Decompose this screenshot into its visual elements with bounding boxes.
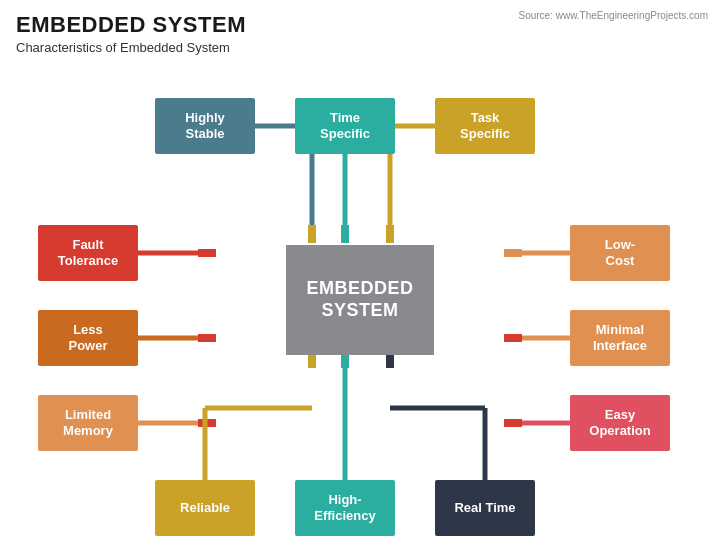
svg-rect-13 (198, 334, 216, 342)
source-text: Source: www.TheEngineeringProjects.com (518, 10, 708, 21)
char-box-less-power: LessPower (38, 310, 138, 366)
header: EMBEDDED SYSTEM Characteristics of Embed… (0, 0, 720, 59)
char-box-task-specific: TaskSpecific (435, 98, 535, 154)
svg-rect-11 (504, 249, 522, 257)
char-box-highly-stable: HighlyStable (155, 98, 255, 154)
svg-rect-9 (198, 249, 216, 257)
sub-title: Characteristics of Embedded System (16, 40, 704, 55)
diagram: EMBEDDEDSYSTEM HighlyStableTimeSpecificT… (0, 70, 720, 530)
char-box-time-specific: TimeSpecific (295, 98, 395, 154)
svg-rect-7 (386, 225, 394, 243)
char-box-reliable: Reliable (155, 480, 255, 536)
char-box-real-time: Real Time (435, 480, 535, 536)
svg-rect-2 (308, 225, 316, 243)
char-box-limited-memory: LimitedMemory (38, 395, 138, 451)
char-box-minimal-interface: MinimalInterface (570, 310, 670, 366)
center-box: EMBEDDEDSYSTEM (286, 245, 434, 355)
svg-rect-15 (504, 334, 522, 342)
char-box-fault-tolerance: FaultTolerance (38, 225, 138, 281)
char-box-low-cost: Low-Cost (570, 225, 670, 281)
center-label: EMBEDDEDSYSTEM (306, 278, 413, 321)
svg-rect-4 (341, 225, 349, 243)
char-box-easy-operation: EasyOperation (570, 395, 670, 451)
svg-rect-19 (504, 419, 522, 427)
page-wrapper: EMBEDDED SYSTEM Characteristics of Embed… (0, 0, 720, 540)
char-box-high-efficiency: High-Efficiency (295, 480, 395, 536)
